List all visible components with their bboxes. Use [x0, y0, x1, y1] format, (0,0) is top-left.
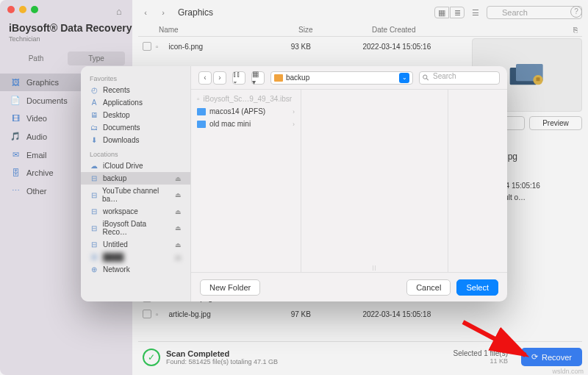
list-item[interactable]: ▫iBoysoft_Sc…9_49_34.ibsr [191, 93, 301, 105]
drive-icon: ⊟ [90, 207, 98, 215]
column-view-icon[interactable]: ⫿⫿ ▾ [232, 71, 245, 85]
sidebar-item-network[interactable]: ⊕Network [81, 263, 190, 276]
dialog-sidebar: Favorites ◴Recents AApplications 🖥Deskto… [81, 66, 191, 301]
sidebar-item-applications[interactable]: AApplications [81, 96, 190, 109]
favorites-header: Favorites [81, 71, 190, 84]
chevron-right-icon: › [293, 121, 295, 128]
eject-icon[interactable]: ⏏ [175, 175, 182, 182]
column-browser-3 [448, 90, 507, 272]
sidebar-item-redacted[interactable]: 🖥████⏏ [81, 251, 190, 263]
folder-icon [274, 74, 283, 82]
column-browser-1: ▫iBoysoft_Sc…9_49_34.ibsr macos14 (APFS)… [191, 90, 301, 272]
sidebar-item-workspace[interactable]: ⊟workspace⏏ [81, 205, 190, 218]
new-folder-button[interactable]: New Folder [200, 279, 260, 296]
resize-handle-icon[interactable]: || [372, 264, 376, 271]
recents-icon: ◴ [90, 86, 98, 94]
network-icon: ⊕ [90, 265, 98, 274]
sidebar-item-youtube[interactable]: ⊟YouTube channel ba…⏏ [81, 185, 190, 205]
chevron-right-icon: › [293, 108, 295, 115]
eject-icon[interactable]: ⏏ [175, 208, 182, 215]
drive-icon: ⊟ [90, 174, 98, 182]
documents-icon: 🗂 [90, 124, 98, 132]
computer-icon: 🖥 [90, 253, 98, 261]
group-icon[interactable]: ▦ ▾ [251, 71, 265, 85]
eject-icon[interactable]: ⏏ [175, 191, 182, 199]
icloud-icon: ☁ [90, 162, 98, 170]
eject-icon[interactable]: ⏏ [175, 254, 182, 261]
drive-icon: ⊟ [90, 240, 98, 249]
folder-icon [197, 121, 206, 128]
dialog-search-input[interactable]: Search [419, 71, 500, 85]
select-button[interactable]: Select [456, 279, 498, 296]
list-item[interactable]: old mac mini› [191, 118, 301, 130]
watermark: wsldn.com [552, 368, 584, 375]
sidebar-item-icloud[interactable]: ☁iCloud Drive [81, 160, 190, 172]
sidebar-item-documents[interactable]: 🗂Documents [81, 121, 190, 134]
eject-icon[interactable]: ⏏ [175, 224, 182, 232]
save-dialog: Favorites ◴Recents AApplications 🖥Deskto… [81, 66, 507, 301]
cancel-button[interactable]: Cancel [406, 279, 451, 296]
sidebar-item-untitled[interactable]: ⊟Untitled⏏ [81, 238, 190, 251]
drive-icon: ⊟ [90, 224, 98, 232]
downloads-icon: ⬇ [90, 136, 98, 144]
sidebar-item-recents[interactable]: ◴Recents [81, 84, 190, 96]
sidebar-item-downloads[interactable]: ⬇Downloads [81, 134, 190, 146]
list-item[interactable]: macos14 (APFS)› [191, 105, 301, 118]
folder-icon [197, 108, 206, 115]
column-browser-2: || [301, 90, 448, 272]
dialog-back-icon[interactable]: ‹ [198, 71, 212, 85]
sidebar-item-backup[interactable]: ⊟backup⏏ [81, 172, 190, 185]
locations-header: Locations [81, 146, 190, 160]
chevron-down-icon: ⌄ [399, 73, 409, 83]
applications-icon: A [90, 99, 98, 107]
file-icon: ▫ [197, 95, 200, 103]
desktop-icon: 🖥 [90, 111, 98, 119]
drive-icon: ⊟ [90, 191, 98, 199]
sidebar-item-desktop[interactable]: 🖥Desktop [81, 109, 190, 121]
sidebar-item-iboysoft[interactable]: ⊟iBoysoft Data Reco…⏏ [81, 218, 190, 238]
path-dropdown[interactable]: backup⌄ [270, 71, 413, 85]
dialog-forward-icon[interactable]: › [213, 71, 226, 85]
eject-icon[interactable]: ⏏ [175, 241, 182, 249]
